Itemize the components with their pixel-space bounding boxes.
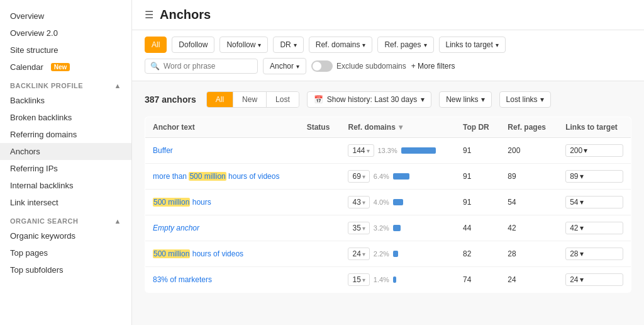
filter-dofollow-btn[interactable]: Dofollow (172, 37, 214, 53)
anchor-filter-btn[interactable]: Anchor ▾ (263, 58, 306, 74)
filter-row-1: All Dofollow Nofollow ▾ DR ▾ Ref. domain… (145, 37, 631, 53)
search-wrap: 🔍 (145, 59, 258, 74)
anchor-link[interactable]: Buffer (153, 146, 173, 155)
exclude-subdomains-toggle[interactable] (311, 60, 333, 72)
sidebar-item-label: Site structure (10, 45, 58, 55)
chevron-down-icon: ▾ (580, 224, 584, 232)
filter-bar: All Dofollow Nofollow ▾ DR ▾ Ref. domain… (132, 30, 644, 81)
ref-domain-badge[interactable]: 15 ▾ (348, 273, 369, 286)
search-icon: 🔍 (150, 62, 160, 71)
tab-lost[interactable]: Lost (267, 92, 299, 107)
links-dropdown[interactable]: 42 ▾ (565, 222, 623, 234)
chevron-down-icon: ▾ (296, 63, 299, 70)
ref-pages-cell: 28 (500, 241, 558, 267)
filter-ref-pages-btn[interactable]: Ref. pages ▾ (377, 37, 433, 53)
sidebar-item-referring-ips[interactable]: Referring IPs (0, 160, 131, 177)
search-input[interactable] (164, 62, 245, 71)
chevron-down-icon: ▾ (481, 95, 485, 104)
sidebar-item-top-subfolders[interactable]: Top subfolders (0, 261, 131, 278)
ref-domain-badge[interactable]: 35 ▾ (348, 222, 369, 234)
sidebar-item-internal-backlinks[interactable]: Internal backlinks (0, 177, 131, 194)
status-cell (299, 241, 341, 267)
filter-ref-domains-btn[interactable]: Ref. domains ▾ (309, 37, 373, 53)
filter-links-to-target-btn[interactable]: Links to target ▾ (439, 37, 506, 53)
ref-domain-badge[interactable]: 43 ▾ (348, 196, 369, 208)
sidebar-item-anchors[interactable]: Anchors (0, 143, 131, 160)
sidebar-section-organic: Organic search ▲ (0, 211, 131, 227)
ref-domains-cell: 35 ▾ 3.2% (340, 215, 455, 241)
anchor-link[interactable]: 500 million hours of videos (153, 249, 243, 258)
table-row: Empty anchor 35 ▾ 3.2% 444242 ▾ (145, 215, 631, 241)
chevron-down-icon: ▾ (580, 275, 584, 284)
anchor-link[interactable]: more than 500 million hours of videos (153, 172, 279, 181)
links-dropdown[interactable]: 28 ▾ (565, 248, 623, 260)
ref-domains-cell: 43 ▾ 4.0% (340, 190, 455, 215)
links-dropdown[interactable]: 24 ▾ (565, 273, 623, 286)
sidebar-item-label: Referring IPs (10, 164, 58, 173)
ref-pages-cell: 200 (500, 138, 558, 164)
links-to-target-cell: 200 ▾ (558, 138, 631, 164)
history-btn[interactable]: 📅 Show history: Last 30 days ▾ (307, 91, 431, 108)
ref-domain-badge[interactable]: 24 ▾ (348, 248, 369, 260)
chevron-down-icon: ▾ (421, 95, 425, 104)
new-links-btn[interactable]: New links ▾ (439, 91, 491, 108)
col-ref-pages: Ref. pages (500, 117, 558, 138)
chevron-down-icon: ▾ (424, 42, 427, 48)
tab-new[interactable]: New (233, 92, 267, 107)
content-area: 387 anchors All New Lost 📅 Show history:… (132, 81, 644, 303)
sidebar-item-overview[interactable]: Overview (0, 8, 131, 25)
links-dropdown[interactable]: 200 ▾ (565, 144, 623, 157)
sidebar-item-link-intersect[interactable]: Link intersect (0, 194, 131, 211)
anchor-text-cell: more than 500 million hours of videos (145, 164, 299, 190)
ref-domain-badge[interactable]: 144 ▾ (348, 144, 374, 157)
filter-all-btn[interactable]: All (145, 37, 167, 53)
sidebar-item-site-structure[interactable]: Site structure (0, 42, 131, 59)
ref-pages-cell: 54 (500, 190, 558, 215)
status-cell (299, 164, 341, 190)
ref-domain-badge[interactable]: 69 ▾ (348, 170, 369, 183)
links-dropdown[interactable]: 89 ▾ (565, 170, 623, 183)
sidebar-item-referring-domains[interactable]: Referring domains (0, 126, 131, 143)
ref-domains-cell: 69 ▾ 6.4% (340, 164, 455, 190)
sidebar-item-label: Top subfolders (10, 265, 64, 275)
status-cell (299, 215, 341, 241)
anchor-text-cell: 500 million hours of videos (145, 241, 299, 267)
table-row: 83% of marketers 15 ▾ 1.4% 742424 ▾ (145, 267, 631, 293)
sidebar-section-backlink: Backlink profile ▲ (0, 76, 131, 92)
sidebar-item-label: Overview (10, 11, 44, 21)
page-header: ☰ Anchors (132, 0, 644, 30)
calendar-icon: 📅 (314, 95, 323, 104)
chevron-down-icon: ▾ (584, 146, 587, 155)
anchor-link[interactable]: 83% of marketers (153, 275, 212, 284)
sidebar-item-calendar[interactable]: Calendar New (0, 59, 131, 76)
anchor-link[interactable]: 500 million hours (153, 198, 211, 207)
col-anchor-text[interactable]: Anchor text (145, 117, 299, 138)
more-filters-btn[interactable]: + More filters (411, 62, 455, 71)
col-ref-domains[interactable]: Ref. domains ▾ (340, 117, 455, 138)
sidebar: Overview Overview 2.0 Site structure Cal… (0, 0, 132, 325)
table-row: 500 million hours 43 ▾ 4.0% 915454 ▾ (145, 190, 631, 215)
links-dropdown[interactable]: 54 ▾ (565, 196, 623, 208)
ref-domain-pct: 6.4% (374, 173, 389, 180)
sidebar-item-label: Broken backlinks (10, 113, 72, 122)
top-dr-cell: 91 (455, 138, 500, 164)
filter-nofollow-btn[interactable]: Nofollow ▾ (219, 37, 268, 53)
anchor-link[interactable]: Empty anchor (153, 224, 199, 232)
table-row: more than 500 million hours of videos 69… (145, 164, 631, 190)
top-dr-cell: 44 (455, 215, 500, 241)
sidebar-item-label: Overview 2.0 (10, 28, 58, 38)
chevron-down-icon: ▾ (258, 42, 261, 48)
top-dr-cell: 74 (455, 267, 500, 293)
sidebar-item-organic-keywords[interactable]: Organic keywords (0, 227, 131, 244)
sidebar-item-top-pages[interactable]: Top pages (0, 244, 131, 261)
sidebar-item-broken-backlinks[interactable]: Broken backlinks (0, 109, 131, 126)
ref-domain-bar (393, 173, 431, 180)
filter-dr-btn[interactable]: DR ▾ (273, 37, 303, 53)
top-dr-cell: 82 (455, 241, 500, 267)
lost-links-btn[interactable]: Lost links ▾ (499, 91, 551, 108)
tab-all[interactable]: All (207, 92, 233, 107)
hamburger-icon[interactable]: ☰ (145, 9, 153, 21)
sidebar-item-backlinks[interactable]: Backlinks (0, 92, 131, 109)
ref-pages-cell: 89 (500, 164, 558, 190)
sidebar-item-overview2[interactable]: Overview 2.0 (0, 25, 131, 42)
